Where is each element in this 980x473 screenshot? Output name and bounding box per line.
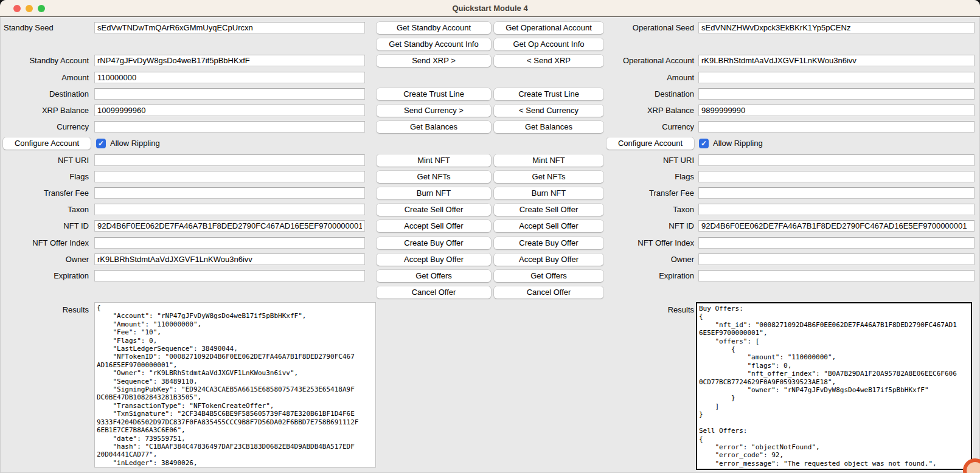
operational-destination-input[interactable] — [698, 88, 975, 100]
standby-accept-buy-offer-button[interactable]: Accept Buy Offer — [377, 254, 491, 266]
standby-create-buy-offer-button[interactable]: Create Buy Offer — [377, 237, 491, 249]
standby-get-offers-button[interactable]: Get Offers — [377, 270, 491, 282]
standby-taxon-input[interactable] — [94, 204, 365, 215]
standby-results-label: Results — [0, 304, 89, 316]
operational-amount-input[interactable] — [698, 72, 975, 83]
standby-get-nfts-button[interactable]: Get NFTs — [377, 171, 491, 183]
operational-allow-rippling-label: Allow Rippling — [713, 138, 763, 149]
standby-expiration-input[interactable] — [94, 270, 365, 281]
standby-allow-rippling-label: Allow Rippling — [110, 138, 160, 149]
operational-nft-id-input[interactable] — [698, 220, 975, 232]
standby-taxon-label: Taxon — [0, 204, 89, 215]
operational-destination-label: Destination — [581, 88, 694, 100]
operational-nft-uri-label: NFT URI — [581, 154, 694, 166]
operational-taxon-label: Taxon — [581, 204, 694, 215]
standby-create-sell-offer-button[interactable]: Create Sell Offer — [377, 204, 491, 216]
operational-account-input[interactable] — [698, 55, 975, 66]
operational-flags-input[interactable] — [698, 171, 975, 182]
standby-cancel-offer-button[interactable]: Cancel Offer — [377, 286, 491, 299]
operational-expiration-input[interactable] — [698, 270, 975, 281]
titlebar: Quickstart Module 4 — [0, 0, 980, 17]
operational-nft-id-label: NFT ID — [581, 220, 694, 232]
operational-nft-offer-index-input[interactable] — [698, 237, 975, 249]
operational-flags-label: Flags — [581, 171, 694, 182]
standby-accept-sell-offer-button[interactable]: Accept Sell Offer — [377, 220, 491, 232]
operational-results-text: Buy Offers: { "nft_id": "0008271092D4B6F… — [699, 305, 961, 468]
standby-mint-nft-button[interactable]: Mint NFT — [377, 154, 491, 167]
standby-destination-input[interactable] — [94, 88, 365, 100]
operational-taxon-input[interactable] — [698, 204, 975, 215]
standby-get-account-button[interactable]: Get Standby Account — [377, 22, 491, 34]
operational-nft-offer-index-label: NFT Offer Index — [581, 237, 694, 249]
standby-expiration-label: Expiration — [0, 270, 89, 281]
operational-seed-label: Operational Seed — [581, 22, 694, 33]
standby-configure-account-button[interactable]: Configure Account — [3, 137, 91, 150]
standby-amount-label: Amount — [0, 72, 89, 83]
standby-currency-label: Currency — [0, 121, 89, 133]
standby-transfer-fee-label: Transfer Fee — [0, 187, 89, 199]
standby-xrp-balance-label: XRP Balance — [0, 105, 89, 116]
operational-transfer-fee-label: Transfer Fee — [581, 187, 694, 199]
standby-get-account-info-button[interactable]: Get Standby Account Info — [377, 38, 491, 50]
standby-results-text: { "Account": "rNP47gJFvDyW8gsDo4weB17if5… — [97, 304, 358, 467]
operational-transfer-fee-input[interactable] — [698, 187, 975, 199]
standby-nft-offer-index-label: NFT Offer Index — [0, 237, 89, 249]
operational-amount-label: Amount — [581, 72, 694, 83]
standby-nft-uri-input[interactable] — [94, 154, 365, 166]
window-title: Quickstart Module 4 — [0, 0, 980, 16]
standby-seed-input[interactable] — [94, 22, 365, 33]
standby-currency-input[interactable] — [94, 121, 365, 133]
standby-burn-nft-button[interactable]: Burn NFT — [377, 187, 491, 199]
operational-currency-input[interactable] — [698, 121, 975, 133]
operational-nft-uri-input[interactable] — [698, 154, 975, 166]
standby-transfer-fee-input[interactable] — [94, 187, 365, 199]
standby-send-xrp-button[interactable]: Send XRP > — [377, 55, 491, 67]
operational-owner-label: Owner — [581, 254, 694, 265]
standby-get-balances-button[interactable]: Get Balances — [377, 121, 491, 133]
standby-destination-label: Destination — [0, 88, 89, 100]
standby-results-area[interactable]: { "Account": "rNP47gJFvDyW8gsDo4weB17if5… — [94, 302, 376, 468]
operational-configure-account-button[interactable]: Configure Account — [606, 137, 694, 150]
operational-results-label: Results — [581, 304, 694, 316]
standby-account-label: Standby Account — [0, 55, 89, 66]
app-window: Quickstart Module 4 Standby Seed Standby… — [0, 0, 980, 473]
standby-flags-input[interactable] — [94, 171, 365, 182]
operational-currency-label: Currency — [581, 121, 694, 133]
operational-account-label: Operational Account — [581, 55, 694, 66]
standby-amount-input[interactable] — [94, 72, 365, 83]
standby-account-input[interactable] — [94, 55, 365, 66]
operational-results-area[interactable]: Buy Offers: { "nft_id": "0008271092D4B6F… — [696, 302, 972, 470]
standby-allow-rippling-checkbox[interactable]: ✓ — [96, 139, 106, 148]
standby-nft-uri-label: NFT URI — [0, 154, 89, 166]
standby-owner-label: Owner — [0, 254, 89, 265]
operational-owner-input[interactable] — [698, 254, 975, 265]
operational-xrp-balance-input[interactable] — [698, 105, 975, 116]
operational-xrp-balance-label: XRP Balance — [581, 105, 694, 116]
standby-send-currency-button[interactable]: Send Currency > — [377, 105, 491, 117]
standby-nft-offer-index-input[interactable] — [94, 237, 365, 249]
standby-owner-input[interactable] — [94, 254, 365, 265]
standby-flags-label: Flags — [0, 171, 89, 182]
standby-nft-id-input[interactable] — [94, 220, 365, 232]
standby-xrp-balance-input[interactable] — [94, 105, 365, 116]
standby-seed-label: Standby Seed — [4, 22, 89, 33]
checkmark-icon: ✓ — [701, 139, 707, 148]
operational-get-account-info-button[interactable]: Get Op Account Info — [494, 38, 603, 50]
standby-nft-id-label: NFT ID — [0, 220, 89, 232]
standby-create-trust-line-button[interactable]: Create Trust Line — [377, 88, 491, 100]
operational-seed-input[interactable] — [698, 22, 975, 33]
operational-cancel-offer-button[interactable]: Cancel Offer — [494, 286, 603, 299]
checkmark-icon: ✓ — [98, 139, 104, 148]
operational-expiration-label: Expiration — [581, 270, 694, 281]
operational-allow-rippling-checkbox[interactable]: ✓ — [699, 139, 709, 148]
